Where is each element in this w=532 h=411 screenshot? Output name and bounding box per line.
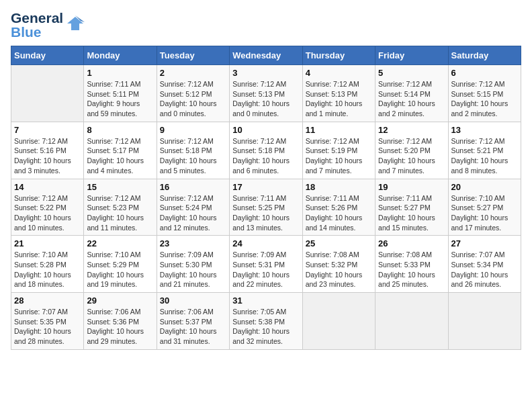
day-number: 10 (232, 125, 299, 135)
day-info: Sunrise: 7:10 AMSunset: 5:29 PMDaylight:… (87, 250, 153, 289)
calendar-cell (448, 293, 521, 350)
day-info: Sunrise: 7:12 AMSunset: 5:16 PMDaylight:… (14, 136, 81, 176)
calendar-cell: 22Sunrise: 7:10 AMSunset: 5:29 PMDayligh… (84, 236, 157, 293)
day-info: Sunrise: 7:11 AMSunset: 5:26 PMDaylight:… (306, 193, 372, 233)
calendar-cell: 13Sunrise: 7:12 AMSunset: 5:21 PMDayligh… (448, 122, 521, 179)
day-info: Sunrise: 7:11 AMSunset: 5:25 PMDaylight:… (232, 193, 299, 233)
logo: General Blue (11, 11, 85, 39)
day-number: 29 (87, 295, 153, 306)
day-info: Sunrise: 7:08 AMSunset: 5:32 PMDaylight:… (306, 250, 372, 289)
day-info: Sunrise: 7:09 AMSunset: 5:30 PMDaylight:… (160, 250, 226, 289)
logo-blue: Blue (11, 25, 63, 39)
day-number: 14 (14, 182, 81, 192)
calendar-cell: 17Sunrise: 7:11 AMSunset: 5:25 PMDayligh… (230, 179, 302, 236)
calendar-header: SundayMondayTuesdayWednesdayThursdayFrid… (11, 46, 521, 65)
day-number: 16 (160, 182, 226, 192)
calendar-header-thursday: Thursday (302, 46, 375, 65)
calendar-cell (375, 293, 448, 350)
logo-general: General (11, 11, 63, 25)
day-number: 7 (14, 125, 81, 135)
day-info: Sunrise: 7:12 AMSunset: 5:23 PMDaylight:… (87, 193, 153, 233)
calendar-table: SundayMondayTuesdayWednesdayThursdayFrid… (11, 46, 521, 350)
day-info: Sunrise: 7:12 AMSunset: 5:13 PMDaylight:… (232, 79, 299, 119)
calendar-cell: 12Sunrise: 7:12 AMSunset: 5:20 PMDayligh… (375, 122, 448, 179)
day-number: 6 (451, 68, 518, 78)
calendar-cell: 14Sunrise: 7:12 AMSunset: 5:22 PMDayligh… (11, 179, 84, 236)
calendar-cell: 3Sunrise: 7:12 AMSunset: 5:13 PMDaylight… (230, 65, 302, 122)
logo-bird-icon (66, 14, 85, 36)
day-info: Sunrise: 7:07 AMSunset: 5:34 PMDaylight:… (451, 250, 518, 289)
day-number: 23 (160, 238, 226, 248)
day-info: Sunrise: 7:12 AMSunset: 5:12 PMDaylight:… (160, 79, 226, 119)
day-number: 30 (160, 295, 226, 306)
day-info: Sunrise: 7:10 AMSunset: 5:28 PMDaylight:… (14, 250, 81, 289)
calendar-cell: 16Sunrise: 7:12 AMSunset: 5:24 PMDayligh… (157, 179, 229, 236)
calendar-cell: 28Sunrise: 7:07 AMSunset: 5:35 PMDayligh… (11, 293, 84, 350)
calendar-header-friday: Friday (375, 46, 448, 65)
day-info: Sunrise: 7:07 AMSunset: 5:35 PMDaylight:… (14, 307, 81, 347)
day-number: 4 (306, 68, 372, 78)
day-number: 21 (14, 238, 81, 248)
day-number: 11 (306, 125, 372, 135)
day-number: 8 (87, 125, 153, 135)
day-info: Sunrise: 7:06 AMSunset: 5:37 PMDaylight:… (160, 307, 226, 347)
day-info: Sunrise: 7:11 AMSunset: 5:27 PMDaylight:… (378, 193, 445, 233)
day-info: Sunrise: 7:09 AMSunset: 5:31 PMDaylight:… (232, 250, 299, 289)
calendar-header-saturday: Saturday (448, 46, 521, 65)
day-number: 5 (378, 68, 445, 78)
day-number: 19 (378, 182, 445, 192)
calendar-cell: 7Sunrise: 7:12 AMSunset: 5:16 PMDaylight… (11, 122, 84, 179)
day-number: 13 (451, 125, 518, 135)
day-number: 27 (451, 238, 518, 248)
calendar-cell: 20Sunrise: 7:10 AMSunset: 5:27 PMDayligh… (448, 179, 521, 236)
calendar-cell: 2Sunrise: 7:12 AMSunset: 5:12 PMDaylight… (157, 65, 229, 122)
svg-marker-0 (67, 17, 83, 30)
day-number: 31 (232, 295, 299, 306)
day-number: 3 (232, 68, 299, 78)
day-number: 17 (232, 182, 299, 192)
calendar-cell (302, 293, 375, 350)
calendar-cell (11, 65, 84, 122)
day-number: 26 (378, 238, 445, 248)
calendar-cell: 25Sunrise: 7:08 AMSunset: 5:32 PMDayligh… (302, 236, 375, 293)
calendar-cell: 15Sunrise: 7:12 AMSunset: 5:23 PMDayligh… (84, 179, 157, 236)
calendar-cell: 30Sunrise: 7:06 AMSunset: 5:37 PMDayligh… (157, 293, 229, 350)
calendar-cell: 18Sunrise: 7:11 AMSunset: 5:26 PMDayligh… (302, 179, 375, 236)
calendar-cell: 31Sunrise: 7:05 AMSunset: 5:38 PMDayligh… (230, 293, 302, 350)
day-info: Sunrise: 7:12 AMSunset: 5:13 PMDaylight:… (306, 79, 372, 119)
day-info: Sunrise: 7:12 AMSunset: 5:15 PMDaylight:… (451, 79, 518, 119)
day-number: 12 (378, 125, 445, 135)
day-number: 1 (87, 68, 153, 78)
day-info: Sunrise: 7:12 AMSunset: 5:14 PMDaylight:… (378, 79, 445, 119)
page-header: General Blue (11, 11, 521, 39)
calendar-header-sunday: Sunday (11, 46, 84, 65)
day-info: Sunrise: 7:12 AMSunset: 5:19 PMDaylight:… (306, 136, 372, 176)
calendar-cell: 6Sunrise: 7:12 AMSunset: 5:15 PMDaylight… (448, 65, 521, 122)
day-info: Sunrise: 7:10 AMSunset: 5:27 PMDaylight:… (451, 193, 518, 233)
calendar-cell: 1Sunrise: 7:11 AMSunset: 5:11 PMDaylight… (84, 65, 157, 122)
calendar-cell: 8Sunrise: 7:12 AMSunset: 5:17 PMDaylight… (84, 122, 157, 179)
calendar-cell: 21Sunrise: 7:10 AMSunset: 5:28 PMDayligh… (11, 236, 84, 293)
calendar-cell: 9Sunrise: 7:12 AMSunset: 5:18 PMDaylight… (157, 122, 229, 179)
day-number: 18 (306, 182, 372, 192)
day-number: 28 (14, 295, 81, 306)
day-info: Sunrise: 7:12 AMSunset: 5:18 PMDaylight:… (232, 136, 299, 176)
calendar-cell: 10Sunrise: 7:12 AMSunset: 5:18 PMDayligh… (230, 122, 302, 179)
day-number: 25 (306, 238, 372, 248)
day-info: Sunrise: 7:12 AMSunset: 5:17 PMDaylight:… (87, 136, 153, 176)
day-number: 15 (87, 182, 153, 192)
day-info: Sunrise: 7:06 AMSunset: 5:36 PMDaylight:… (87, 307, 153, 347)
day-info: Sunrise: 7:05 AMSunset: 5:38 PMDaylight:… (232, 307, 299, 347)
calendar-header-tuesday: Tuesday (157, 46, 229, 65)
calendar-cell: 23Sunrise: 7:09 AMSunset: 5:30 PMDayligh… (157, 236, 229, 293)
calendar-header-monday: Monday (84, 46, 157, 65)
calendar-cell: 19Sunrise: 7:11 AMSunset: 5:27 PMDayligh… (375, 179, 448, 236)
day-number: 22 (87, 238, 153, 248)
day-number: 9 (160, 125, 226, 135)
day-info: Sunrise: 7:11 AMSunset: 5:11 PMDaylight:… (87, 79, 153, 119)
calendar-cell: 27Sunrise: 7:07 AMSunset: 5:34 PMDayligh… (448, 236, 521, 293)
calendar-cell: 26Sunrise: 7:08 AMSunset: 5:33 PMDayligh… (375, 236, 448, 293)
calendar-cell: 4Sunrise: 7:12 AMSunset: 5:13 PMDaylight… (302, 65, 375, 122)
day-info: Sunrise: 7:12 AMSunset: 5:18 PMDaylight:… (160, 136, 226, 176)
day-number: 2 (160, 68, 226, 78)
